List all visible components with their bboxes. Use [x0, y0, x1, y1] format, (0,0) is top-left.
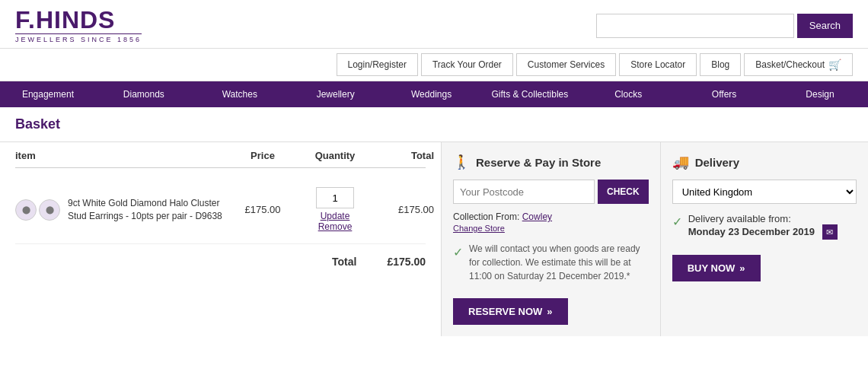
logo-sub: JEWELLERS SINCE 1856 [15, 33, 142, 43]
qty-col: Update Remove [297, 187, 373, 232]
delivery-availability-label: Delivery available from: [688, 213, 791, 224]
postcode-row: CHECK [453, 180, 649, 204]
delivery-detail: Delivery available from: Monday 23 Decem… [688, 213, 838, 240]
basket-checkout-button[interactable]: Basket/Checkout 🛒 [744, 53, 853, 76]
search-area: Search [596, 14, 853, 38]
right-panels: 🚶 Reserve & Pay in Store CHECK Collectio… [442, 142, 868, 336]
cat-watches[interactable]: Watches [192, 81, 288, 107]
basket-icon: 🛒 [828, 59, 841, 71]
delivery-title-text: Delivery [695, 156, 739, 169]
reserve-panel: 🚶 Reserve & Pay in Store CHECK Collectio… [442, 142, 661, 336]
reserve-icon: 🚶 [453, 154, 470, 170]
logo-area: F.HINDS JEWELLERS SINCE 1856 [15, 8, 142, 43]
blog-button[interactable]: Blog [700, 53, 741, 76]
main-content: item Price Quantity Total ⬤ ⬤ 9ct White … [0, 142, 868, 336]
total-label: Total [332, 256, 356, 268]
search-button[interactable]: Search [797, 14, 853, 38]
collection-store-link[interactable]: Cowley [522, 211, 552, 222]
nav-buttons-bar: Login/Register Track Your Order Customer… [0, 49, 868, 81]
basket-table-header: item Price Quantity Total [15, 150, 426, 168]
change-store-link[interactable]: Change Store [453, 224, 649, 233]
delivery-icon: 🚚 [672, 154, 689, 170]
item-image: ⬤ ⬤ [15, 199, 60, 221]
reserve-title-text: Reserve & Pay in Store [476, 156, 601, 169]
cat-weddings[interactable]: Weddings [384, 81, 480, 107]
col-item-header: item [15, 150, 228, 161]
search-input[interactable] [596, 14, 794, 38]
logo: F.HINDS [15, 8, 115, 32]
store-locator-button[interactable]: Store Locator [619, 53, 697, 76]
cat-jewellery[interactable]: Jewellery [288, 81, 384, 107]
cat-design[interactable]: Design [772, 81, 868, 107]
collection-from: Collection From: Cowley [453, 211, 649, 222]
table-row: ⬤ ⬤ 9ct White Gold Diamond Halo Cluster … [15, 176, 426, 244]
cat-clocks[interactable]: Clocks [580, 81, 676, 107]
cat-diamonds[interactable]: Diamonds [96, 81, 192, 107]
page-title: Basket [0, 107, 868, 142]
delivery-panel: 🚚 Delivery United Kingdom Republic of Ir… [661, 142, 868, 336]
basket-total: Total £175.00 [15, 244, 426, 279]
cat-gifts[interactable]: Gifts & Collectibles [480, 81, 581, 107]
delivery-message-icon[interactable]: ✉ [822, 224, 838, 240]
qty-links: Update Remove [318, 211, 353, 232]
buy-btn-label: BUY NOW [688, 262, 736, 274]
reserve-now-button[interactable]: RESERVE NOW » [453, 298, 568, 325]
item-col: ⬤ ⬤ 9ct White Gold Diamond Halo Cluster … [15, 197, 228, 223]
reserve-message-text: We will contact you when goods are ready… [469, 242, 649, 283]
collection-label: Collection From: [453, 211, 519, 222]
buy-btn-arrows: » [739, 262, 745, 274]
col-qty-header: Quantity [297, 150, 373, 161]
basket-label: Basket/Checkout [755, 59, 825, 70]
remove-button[interactable]: Remove [318, 221, 353, 232]
category-nav: Engagement Diamonds Watches Jewellery We… [0, 81, 868, 107]
track-order-button[interactable]: Track Your Order [421, 53, 513, 76]
buy-now-button[interactable]: BUY NOW » [672, 255, 761, 281]
item-name: 9ct White Gold Diamond Halo Cluster Stud… [68, 197, 228, 223]
postcode-input[interactable] [453, 180, 595, 204]
col-total-header: Total [373, 150, 434, 161]
check-button[interactable]: CHECK [598, 180, 649, 204]
reserve-btn-arrows: » [547, 306, 552, 317]
login-register-button[interactable]: Login/Register [337, 53, 418, 76]
delivery-panel-title: 🚚 Delivery [672, 154, 857, 170]
delivery-date: Monday 23 December 2019 [688, 226, 815, 237]
update-button[interactable]: Update [321, 211, 350, 221]
checkmark-icon: ✓ [453, 243, 463, 262]
delivery-checkmark-icon: ✓ [672, 215, 682, 229]
cat-engagement[interactable]: Engagement [0, 81, 96, 107]
reserve-message: ✓ We will contact you when goods are rea… [453, 242, 649, 283]
reserve-btn-label: RESERVE NOW [468, 306, 542, 317]
total-value: £175.00 [387, 256, 426, 268]
item-total: £175.00 [373, 204, 434, 215]
delivery-info: ✓ Delivery available from: Monday 23 Dec… [672, 213, 857, 240]
earring-img-right: ⬤ [39, 199, 60, 221]
item-price: £175.00 [228, 204, 297, 215]
col-price-header: Price [228, 150, 297, 161]
country-select[interactable]: United Kingdom Republic of Ireland Other [672, 180, 857, 204]
header: F.HINDS JEWELLERS SINCE 1856 Search [0, 0, 868, 49]
cat-offers[interactable]: Offers [676, 81, 772, 107]
reserve-panel-title: 🚶 Reserve & Pay in Store [453, 154, 649, 170]
basket-section: item Price Quantity Total ⬤ ⬤ 9ct White … [0, 142, 442, 336]
quantity-input[interactable] [316, 187, 354, 208]
earring-img-left: ⬤ [15, 199, 37, 221]
customer-services-button[interactable]: Customer Services [516, 53, 616, 76]
